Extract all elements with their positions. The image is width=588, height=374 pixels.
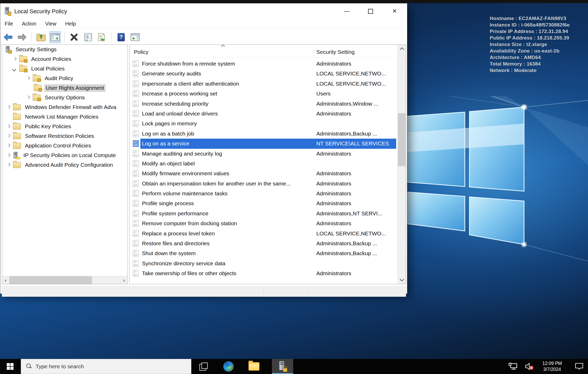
tree-item-advanced-audit-policy[interactable]: Advanced Audit Policy Configuration	[2, 160, 127, 170]
sort-ascending-icon	[221, 44, 225, 47]
chevron-right-icon[interactable]	[6, 125, 10, 129]
tree-item-audit-policy[interactable]: Audit Policy	[2, 74, 127, 83]
tree-item-public-key-policies[interactable]: Public Key Policies	[2, 122, 127, 131]
chevron-right-icon[interactable]	[6, 105, 10, 109]
table-row[interactable]: Impersonate a client after authenticatio…	[129, 79, 397, 89]
tree-item-network-list-manager[interactable]: Network List Manager Policies	[2, 112, 127, 122]
table-row[interactable]: Increase scheduling priorityAdministrato…	[129, 99, 397, 109]
scroll-left-arrow-icon[interactable]: ‹	[2, 276, 9, 284]
table-row[interactable]: Profile single processAdministrators	[129, 198, 397, 208]
show-console-tree-button[interactable]	[49, 31, 61, 43]
forward-button[interactable]	[16, 31, 28, 43]
list-vertical-scrollbar[interactable]	[397, 45, 406, 284]
chevron-right-icon[interactable]	[26, 96, 30, 100]
tree-horizontal-scrollbar[interactable]: ‹ ›	[2, 276, 127, 284]
minimize-button[interactable]: —	[338, 3, 356, 19]
computer-key-icon	[13, 152, 19, 159]
chevron-right-icon[interactable]	[26, 76, 30, 81]
table-row[interactable]: Profile system performanceAdministrators…	[129, 209, 397, 218]
menu-help[interactable]: Help	[61, 19, 80, 29]
export-list-icon	[98, 33, 107, 41]
maximize-button[interactable]	[362, 3, 379, 19]
table-row[interactable]: Perform volume maintenance tasksAdminist…	[129, 189, 397, 198]
tree-item-ip-security-policies[interactable]: IP Security Policies on Local Compute	[2, 151, 127, 160]
table-row[interactable]: Remove computer from docking stationAdmi…	[129, 218, 397, 228]
chevron-right-icon[interactable]	[6, 153, 10, 158]
scroll-right-arrow-icon[interactable]: ›	[121, 276, 127, 284]
title-bar[interactable]: Local Security Policy — ✕	[0, 3, 407, 19]
table-row[interactable]: Load and unload device driversAdministra…	[129, 109, 397, 119]
start-button[interactable]	[0, 359, 20, 374]
table-row[interactable]: Obtain an impersonation token for anothe…	[129, 179, 397, 189]
chevron-right-icon[interactable]	[6, 134, 10, 138]
tree-item-user-rights-assignment[interactable]: User Rights Assignment	[2, 83, 127, 93]
status-divider	[264, 287, 264, 296]
menu-file[interactable]: File	[0, 19, 17, 29]
chevron-right-icon[interactable]	[12, 57, 17, 61]
tree-item-local-policies[interactable]: Local Policies	[2, 64, 127, 74]
scroll-down-arrow-icon[interactable]	[397, 276, 406, 284]
table-row[interactable]: Modify firmware environment valuesAdmini…	[129, 169, 397, 178]
status-divider	[309, 287, 309, 296]
taskbar-clock[interactable]: 12:09 PM 3/7/2024	[539, 359, 566, 374]
window-title: Local Security Policy	[14, 8, 67, 15]
table-row[interactable]: Generate security auditsLOCAL SERVICE,NE…	[129, 69, 397, 79]
chevron-down-icon[interactable]	[12, 67, 17, 71]
tree-item-account-policies[interactable]: Account Policies	[2, 54, 127, 64]
delete-button[interactable]	[68, 31, 80, 43]
table-row[interactable]: Force shutdown from a remote systemAdmin…	[129, 59, 397, 69]
tree-item-software-restriction[interactable]: Software Restriction Policies	[2, 131, 127, 141]
toolbar-separator	[112, 32, 112, 42]
host-info-line: Network : Moderate	[490, 67, 570, 74]
show-action-pane-button[interactable]	[129, 31, 141, 43]
taskbar-search[interactable]	[21, 359, 191, 374]
table-row[interactable]: Manage auditing and security logAdminist…	[129, 149, 397, 159]
table-row[interactable]: Increase a process working setUsers	[129, 89, 397, 99]
close-button[interactable]: ✕	[386, 3, 403, 19]
table-row-selected[interactable]: Log on as a serviceNT SERVICE\ALL SERVIC…	[129, 139, 397, 149]
vertical-scroll-thumb[interactable]	[398, 113, 406, 166]
host-info-line: Instance ID : i-065a48f5730882f6e	[490, 22, 570, 28]
menu-action[interactable]: Action	[17, 19, 41, 29]
help-button[interactable]: ?	[115, 31, 127, 43]
secpol-taskbar-button-active[interactable]	[272, 359, 293, 374]
tree-item-security-options[interactable]: Security Options	[2, 93, 127, 102]
table-row[interactable]: Take ownership of files or other objects…	[129, 268, 397, 278]
properties-button[interactable]	[82, 31, 94, 43]
table-row[interactable]: Shut down the systemAdministrators,Backu…	[129, 248, 397, 258]
network-tray-button[interactable]	[506, 359, 520, 374]
tree-item-windows-defender-firewall[interactable]: Windows Defender Firewall with Adva	[2, 102, 127, 112]
chevron-right-icon[interactable]	[6, 144, 10, 148]
edge-browser-button[interactable]	[219, 359, 238, 374]
tree-item-security-settings[interactable]: Security Settings	[2, 45, 127, 54]
policy-icon	[133, 170, 139, 177]
column-divider[interactable]	[314, 46, 314, 57]
column-header-policy[interactable]: Policy	[134, 49, 148, 55]
menu-view[interactable]: View	[41, 19, 61, 29]
task-view-button[interactable]	[194, 359, 212, 374]
horizontal-scroll-thumb[interactable]	[9, 276, 92, 284]
search-input[interactable]	[36, 363, 181, 370]
status-bar	[2, 286, 406, 297]
table-row[interactable]: Modify an object label	[129, 159, 397, 169]
export-list-button[interactable]	[96, 31, 108, 43]
table-row[interactable]: Restore files and directoriesAdministrat…	[129, 238, 397, 248]
folder-lock-icon	[19, 56, 27, 62]
table-row[interactable]: Synchronize directory service data	[129, 259, 397, 268]
policy-icon	[133, 160, 139, 167]
policy-icon	[133, 240, 139, 247]
table-row[interactable]: Replace a process level tokenLOCAL SERVI…	[129, 229, 397, 238]
tree-item-application-control[interactable]: Application Control Policies	[2, 141, 127, 151]
volume-tray-button[interactable]	[522, 359, 537, 374]
table-row[interactable]: Log on as a batch jobAdministrators,Back…	[129, 129, 397, 139]
table-row[interactable]: Lock pages in memory	[129, 119, 397, 128]
back-button[interactable]	[2, 31, 14, 43]
column-header-security-setting[interactable]: Security Setting	[316, 49, 355, 55]
scroll-up-arrow-icon[interactable]	[397, 45, 406, 53]
local-security-policy-window: Local Security Policy — ✕ File Action Vi…	[0, 3, 407, 294]
file-explorer-button[interactable]	[245, 359, 263, 374]
export-folder-button[interactable]	[35, 31, 47, 43]
top-black-strip	[0, 0, 588, 3]
action-center-button[interactable]	[571, 359, 587, 374]
chevron-right-icon[interactable]	[6, 163, 10, 167]
